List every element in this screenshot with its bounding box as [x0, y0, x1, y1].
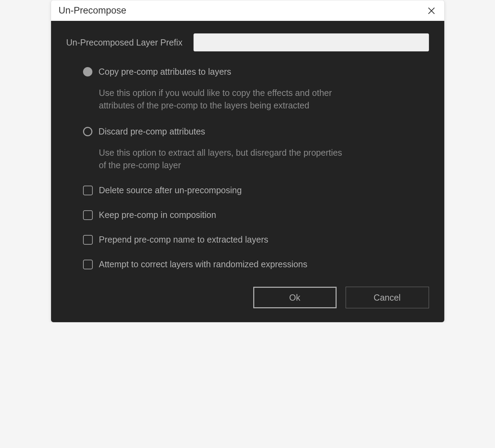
- checkbox-correct-random[interactable]: Attempt to correct layers with randomize…: [83, 259, 429, 269]
- prefix-label: Un-Precomposed Layer Prefix: [66, 38, 183, 48]
- checkbox-keep-precomp[interactable]: Keep pre-comp in composition: [83, 210, 429, 220]
- checkbox-group: Delete source after un-precomposing Keep…: [66, 185, 429, 269]
- cancel-button[interactable]: Cancel: [346, 287, 429, 308]
- checkbox-unchecked-icon: [83, 186, 93, 195]
- checkbox-unchecked-icon: [83, 235, 93, 245]
- radio-selected-icon: [83, 67, 92, 76]
- prefix-input[interactable]: [193, 33, 429, 51]
- dialog-content: Un-Precomposed Layer Prefix Copy pre-com…: [51, 21, 444, 322]
- checkbox-correct-random-label: Attempt to correct layers with randomize…: [99, 259, 307, 269]
- checkbox-keep-precomp-label: Keep pre-comp in composition: [99, 210, 216, 220]
- checkbox-delete-source[interactable]: Delete source after un-precomposing: [83, 185, 429, 195]
- radio-copy-label: Copy pre-comp attributes to layers: [99, 67, 231, 77]
- close-button[interactable]: [426, 6, 437, 16]
- un-precompose-dialog: Un-Precompose Un-Precomposed Layer Prefi…: [51, 0, 445, 323]
- titlebar: Un-Precompose: [51, 0, 444, 21]
- ok-button[interactable]: Ok: [253, 287, 337, 308]
- radio-copy-attributes[interactable]: Copy pre-comp attributes to layers Use t…: [83, 67, 429, 112]
- close-icon: [427, 6, 436, 15]
- button-row: Ok Cancel: [66, 287, 429, 308]
- checkbox-prepend-name[interactable]: Prepend pre-comp name to extracted layer…: [83, 235, 429, 245]
- radio-discard-attributes[interactable]: Discard pre-comp attributes Use this opt…: [83, 127, 429, 172]
- radio-copy-description: Use this option if you would like to cop…: [99, 87, 349, 112]
- checkbox-unchecked-icon: [83, 260, 93, 269]
- dialog-title: Un-Precompose: [59, 5, 126, 16]
- checkbox-unchecked-icon: [83, 210, 93, 220]
- radio-discard-description: Use this option to extract all layers, b…: [99, 146, 349, 172]
- checkbox-prepend-name-label: Prepend pre-comp name to extracted layer…: [99, 235, 269, 245]
- radio-discard-label: Discard pre-comp attributes: [99, 127, 205, 137]
- checkbox-delete-source-label: Delete source after un-precomposing: [99, 185, 242, 195]
- radio-unselected-icon: [83, 127, 92, 136]
- prefix-row: Un-Precomposed Layer Prefix: [66, 33, 429, 51]
- radio-group: Copy pre-comp attributes to layers Use t…: [66, 67, 429, 171]
